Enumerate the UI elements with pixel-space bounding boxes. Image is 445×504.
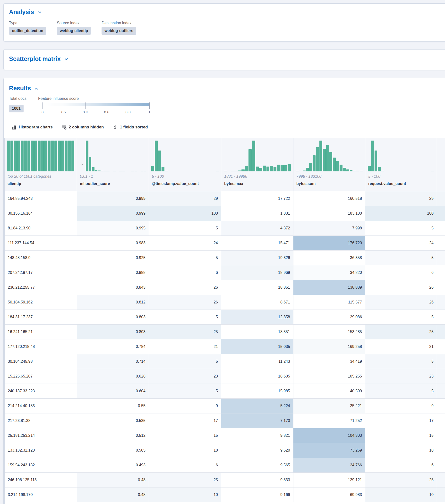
- cell-bytes.sum[interactable]: 176,720: [294, 236, 365, 250]
- cell-bytes.sum[interactable]: 36,358: [294, 251, 365, 265]
- cell-@timestamp.value_count[interactable]: 6: [149, 265, 221, 280]
- cell-clientip[interactable]: 15.225.65.207: [5, 369, 77, 384]
- cell-clientip[interactable]: 214.214.40.183: [5, 399, 77, 413]
- cell-ml.outlier_score[interactable]: 0.995: [77, 221, 149, 235]
- cell-ml.outlier_score[interactable]: 0.999: [77, 191, 149, 206]
- cell-clientip[interactable]: 177.120.218.48: [5, 339, 77, 354]
- cell-bytes.sum[interactable]: 138,839: [294, 280, 365, 295]
- cell-clientip[interactable]: 164.85.94.243: [5, 191, 77, 206]
- cell-bytes.max[interactable]: 9,166: [221, 487, 294, 502]
- cell-request.value_count[interactable]: 15: [365, 428, 437, 443]
- cell-ml.outlier_score[interactable]: 0.925: [77, 251, 149, 265]
- cell-next-column-clipped[interactable]: [437, 206, 445, 221]
- cell-bytes.sum[interactable]: 104,303: [294, 428, 365, 443]
- cell-next-column-clipped[interactable]: [437, 443, 445, 458]
- column-header-ml.outlier_score[interactable]: 0.01 - 1ml.outlier_score: [77, 138, 149, 191]
- cell-bytes.max[interactable]: 9,833: [221, 473, 294, 487]
- cell-next-column-clipped[interactable]: [437, 473, 445, 487]
- cell-request.value_count[interactable]: 5: [365, 221, 437, 235]
- column-header-bytes.max[interactable]: 1831 - 19986bytes.max: [221, 138, 294, 191]
- cell-bytes.max[interactable]: 12,858: [221, 310, 294, 324]
- cell-@timestamp.value_count[interactable]: 25: [149, 324, 221, 339]
- cell-bytes.max[interactable]: 15,985: [221, 384, 294, 398]
- cell-request.value_count[interactable]: 18: [365, 443, 437, 458]
- cell-next-column-clipped[interactable]: [437, 384, 445, 398]
- cell-@timestamp.value_count[interactable]: 26: [149, 280, 221, 295]
- cell-request.value_count[interactable]: 23: [365, 369, 437, 384]
- cell-@timestamp.value_count[interactable]: 21: [149, 339, 221, 354]
- cell-@timestamp.value_count[interactable]: 5: [149, 384, 221, 398]
- cell-request.value_count[interactable]: 25: [365, 324, 437, 339]
- cell-bytes.sum[interactable]: 105,255: [294, 369, 365, 384]
- cell-next-column-clipped[interactable]: [437, 487, 445, 502]
- cell-next-column-clipped[interactable]: [437, 191, 445, 206]
- cell-ml.outlier_score[interactable]: 0.803: [77, 324, 149, 339]
- cell-request.value_count[interactable]: 25: [365, 473, 437, 487]
- cell-request.value_count[interactable]: 21: [365, 339, 437, 354]
- cell-@timestamp.value_count[interactable]: 6: [149, 458, 221, 472]
- cell-@timestamp.value_count[interactable]: 25: [149, 473, 221, 487]
- cell-bytes.max[interactable]: 9,620: [221, 443, 294, 458]
- cell-bytes.max[interactable]: 18,851: [221, 280, 294, 295]
- cell-@timestamp.value_count[interactable]: 18: [149, 443, 221, 458]
- cell-bytes.sum[interactable]: 7,998: [294, 221, 365, 235]
- cell-ml.outlier_score[interactable]: 0.48: [77, 473, 149, 487]
- cell-bytes.max[interactable]: 19,326: [221, 251, 294, 265]
- cell-request.value_count[interactable]: 5: [365, 310, 437, 324]
- cell-request.value_count[interactable]: 26: [365, 295, 437, 309]
- cell-ml.outlier_score[interactable]: 0.512: [77, 428, 149, 443]
- columns-hidden-button[interactable]: 2 columns hidden: [62, 125, 104, 130]
- cell-bytes.max[interactable]: 15,035: [221, 339, 294, 354]
- cell-bytes.max[interactable]: 7,170: [221, 414, 294, 428]
- cell-clientip[interactable]: 50.184.59.162: [5, 295, 77, 309]
- cell-ml.outlier_score[interactable]: 0.628: [77, 369, 149, 384]
- cell-bytes.max[interactable]: 18,969: [221, 265, 294, 280]
- cell-next-column-clipped[interactable]: [437, 324, 445, 339]
- results-panel-toggle[interactable]: Results: [9, 84, 39, 92]
- cell-clientip[interactable]: 30.104.245.98: [5, 354, 77, 369]
- fields-sorted-button[interactable]: 1 fields sorted: [113, 125, 148, 130]
- cell-request.value_count[interactable]: 9: [365, 399, 437, 413]
- cell-bytes.sum[interactable]: 34,419: [294, 354, 365, 369]
- cell-@timestamp.value_count[interactable]: 5: [149, 221, 221, 235]
- cell-bytes.sum[interactable]: 169,258: [294, 339, 365, 354]
- cell-next-column-clipped[interactable]: [437, 354, 445, 369]
- histogram-charts-button[interactable]: Histogram charts: [12, 125, 53, 130]
- cell-bytes.max[interactable]: 5,224: [221, 399, 294, 413]
- cell-next-column-clipped[interactable]: [437, 221, 445, 235]
- cell-clientip[interactable]: 30.156.16.164: [5, 206, 77, 221]
- cell-bytes.sum[interactable]: 71,252: [294, 414, 365, 428]
- cell-@timestamp.value_count[interactable]: 29: [149, 191, 221, 206]
- cell-@timestamp.value_count[interactable]: 26: [149, 295, 221, 309]
- cell-bytes.sum[interactable]: 40,599: [294, 384, 365, 398]
- cell-@timestamp.value_count[interactable]: 9: [149, 399, 221, 413]
- cell-bytes.sum[interactable]: 69,983: [294, 487, 365, 502]
- cell-request.value_count[interactable]: 6: [365, 265, 437, 280]
- cell-next-column-clipped[interactable]: [437, 310, 445, 324]
- cell-bytes.sum[interactable]: 115,577: [294, 295, 365, 309]
- cell-@timestamp.value_count[interactable]: 10: [149, 487, 221, 502]
- cell-clientip[interactable]: 16.241.165.21: [5, 324, 77, 339]
- cell-@timestamp.value_count[interactable]: 5: [149, 354, 221, 369]
- cell-request.value_count[interactable]: 24: [365, 236, 437, 250]
- column-header-bytes.sum[interactable]: 7998 - 183100bytes.sum: [294, 138, 365, 191]
- column-header-clientip[interactable]: top 20 of 1001 categoriesclientip: [5, 138, 77, 191]
- cell-clientip[interactable]: 240.187.33.223: [5, 384, 77, 398]
- cell-clientip[interactable]: 236.212.255.77: [5, 280, 77, 295]
- cell-ml.outlier_score[interactable]: 0.983: [77, 236, 149, 250]
- cell-next-column-clipped[interactable]: [437, 369, 445, 384]
- cell-clientip[interactable]: 217.23.81.38: [5, 414, 77, 428]
- cell-clientip[interactable]: 148.48.158.9: [5, 251, 77, 265]
- cell-next-column-clipped[interactable]: [437, 236, 445, 250]
- cell-@timestamp.value_count[interactable]: 5: [149, 251, 221, 265]
- cell-bytes.sum[interactable]: 129,121: [294, 473, 365, 487]
- cell-clientip[interactable]: 81.84.213.90: [5, 221, 77, 235]
- cell-ml.outlier_score[interactable]: 0.714: [77, 354, 149, 369]
- cell-ml.outlier_score[interactable]: 0.812: [77, 295, 149, 309]
- cell-ml.outlier_score[interactable]: 0.888: [77, 265, 149, 280]
- cell-request.value_count[interactable]: 100: [365, 206, 437, 221]
- cell-next-column-clipped[interactable]: [437, 399, 445, 413]
- cell-bytes.max[interactable]: 18,605: [221, 369, 294, 384]
- cell-request.value_count[interactable]: 17: [365, 414, 437, 428]
- cell-bytes.sum[interactable]: 153,285: [294, 324, 365, 339]
